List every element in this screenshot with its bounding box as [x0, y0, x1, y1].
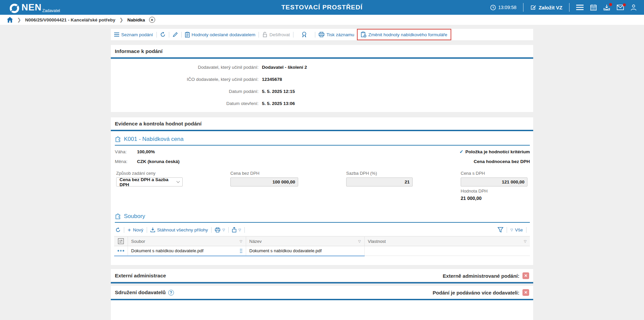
- evidence-section-header: Evidence a kontrola hodnot podání: [111, 117, 533, 131]
- toolbar-separator: [169, 32, 169, 38]
- nen-logo[interactable]: NEN Zadavatel: [9, 2, 60, 13]
- filter-button[interactable]: [498, 227, 503, 232]
- table-row[interactable]: Dokument s nabídkou dodavatele.pdf Dokum…: [114, 246, 530, 256]
- refresh-icon: [116, 227, 121, 232]
- help-icon[interactable]: ?: [168, 290, 174, 296]
- file-name: Dokument s nabídkou dodavatele.pdf: [131, 248, 203, 253]
- zpusob-zadani-label: Způsob zadání ceny: [116, 171, 183, 176]
- column-filter-icon[interactable]: ▽: [524, 239, 526, 243]
- chevron-down-icon: ▽: [222, 228, 225, 232]
- printer-icon: [215, 227, 220, 232]
- hodnoty-odeslane-button[interactable]: Hodnoty odeslané dodavatelem: [185, 32, 256, 38]
- column-filter-icon[interactable]: ▽: [240, 239, 242, 243]
- toolbar-separator: [293, 32, 293, 38]
- nen-logo-icon: [9, 3, 19, 13]
- novy-button[interactable]: + Nový: [128, 227, 143, 232]
- zpusob-zadani-field: Způsob zadání ceny Cena bez DPH a Sazba …: [116, 171, 183, 186]
- table-settings-icon: [118, 238, 124, 244]
- seznam-podani-button[interactable]: Seznam podání: [114, 32, 153, 37]
- toolbar-separator: [244, 227, 245, 233]
- drag-handle-icon[interactable]: [240, 249, 242, 253]
- file-title: Dokument s nabídkou dodavatele.pdf: [249, 248, 322, 253]
- files-toolbar: + Nový Stáhnout všechny přílohy ▽: [114, 225, 530, 234]
- award-ribbon-icon: [302, 32, 307, 38]
- top-bar: NEN Zadavatel TESTOVACÍ PROSTŘEDÍ 13:09:…: [0, 0, 644, 15]
- hodnoty-odeslane-label: Hodnoty odeslané dodavatelem: [192, 32, 256, 37]
- breadcrumb-item-procurement[interactable]: N006/25/V00004421 - Kancelářské potřeby: [25, 17, 116, 22]
- cell-soubor: Dokument s nabídkou dodavatele.pdf: [128, 246, 246, 256]
- files-export-button[interactable]: ▽: [232, 227, 241, 232]
- cell-nazev: Dokument s nabídkou dodavatele.pdf: [246, 246, 364, 256]
- calendar-icon: [590, 4, 597, 11]
- k001-header: K001 - Nabídková cena: [115, 136, 530, 146]
- cena-bez-dph-label: Cena bez DPH: [230, 171, 298, 176]
- clock-icon: [490, 5, 496, 10]
- zmenit-hodnoty-button[interactable]: Změnit hodnoty nabídkového formuláře: [357, 29, 451, 40]
- zpusob-zadani-select[interactable]: Cena bez DPH a Sazba DPH: [116, 177, 183, 186]
- field-label: IČO dodavatele, který učinil podání:: [111, 77, 259, 82]
- downloads-button[interactable]: [603, 4, 610, 11]
- sazba-dph-input[interactable]: [346, 177, 413, 186]
- topbar-divider: [523, 3, 523, 12]
- refresh-button[interactable]: [160, 32, 166, 37]
- sazba-dph-field: Sazba DPH (%): [346, 171, 413, 186]
- menu-button[interactable]: [576, 5, 584, 10]
- environment-title: TESTOVACÍ PROSTŘEDÍ: [246, 4, 398, 11]
- sdruzeni-title-text: Sdružení dodavatelů: [115, 289, 166, 295]
- field-value: Dodavatel - školení 2: [262, 65, 307, 70]
- table-settings-cell[interactable]: [114, 236, 128, 246]
- puzzle-gear-icon: [115, 213, 121, 220]
- files-refresh-button[interactable]: [116, 227, 121, 232]
- externi-section-title: Externí administrace: [115, 273, 166, 279]
- sazba-dph-label: Sazba DPH (%): [346, 171, 413, 176]
- info-row-dodavatel: Dodavatel, který učinil podání: Dodavate…: [111, 65, 533, 70]
- cena-bez-dph-input[interactable]: [230, 177, 298, 186]
- column-label: Soubor: [131, 239, 145, 244]
- column-header-soubor[interactable]: Soubor ▽: [128, 236, 246, 246]
- logo-subtitle: Zadavatel: [42, 8, 60, 13]
- cena-s-dph-input[interactable]: [461, 177, 527, 186]
- column-filter-icon[interactable]: ▽: [358, 239, 361, 243]
- externi-section-header: Externí administrace Externě administrov…: [111, 269, 533, 283]
- breadcrumb-chevron: ❯: [119, 17, 123, 22]
- desifrovat-label: Dešifrovat: [269, 32, 290, 37]
- cena-s-dph-label: Cena s DPH: [461, 171, 527, 176]
- user-button[interactable]: [631, 4, 637, 11]
- files-print-button[interactable]: ▽: [215, 227, 225, 232]
- list-icon: [114, 33, 119, 37]
- tisk-zaznamu-button[interactable]: Tisk záznamu: [319, 32, 354, 37]
- field-value: 5. 5. 2025 13:06: [262, 101, 295, 106]
- vaha-row: Váha: 100,00% ✓ Položka je hodnotící kri…: [111, 149, 533, 154]
- toolbar-separator: [211, 227, 212, 233]
- mena-label: Měna:: [115, 159, 137, 164]
- column-header-nazev[interactable]: Název ▽: [246, 236, 364, 246]
- desifrovat-button: Dešifrovat: [262, 32, 290, 37]
- logo-text: NEN: [21, 2, 42, 13]
- award-button[interactable]: [302, 32, 307, 38]
- home-icon[interactable]: [7, 17, 13, 23]
- create-vz-button[interactable]: Založit VZ: [530, 4, 562, 10]
- close-tab-icon[interactable]: ✕: [149, 17, 155, 23]
- messages-button[interactable]: [617, 5, 624, 10]
- row-menu-icon[interactable]: [118, 250, 124, 252]
- hodnota-dph-value: 21 000,00: [461, 196, 488, 201]
- mena-row: Měna: CZK (koruna česká) Cena hodnocena …: [111, 159, 533, 164]
- filter-vse-button[interactable]: ▽ Vše: [510, 227, 523, 232]
- download-icon: [150, 227, 155, 232]
- unlock-icon: [262, 32, 267, 37]
- evidence-section: Evidence a kontrola hodnot podání K001 -…: [111, 117, 533, 265]
- novy-label: Nový: [133, 227, 143, 232]
- vice-dodavateli-label: Podání je podáváno více dodavateli:: [433, 290, 519, 296]
- checkbox-no-icon[interactable]: ✕: [522, 289, 529, 296]
- edit-record-button[interactable]: [173, 32, 178, 37]
- stahnout-prilohy-button[interactable]: Stáhnout všechny přílohy: [150, 227, 208, 232]
- funnel-icon: [498, 227, 503, 232]
- column-header-vlastnost[interactable]: Vlastnost ▽: [364, 236, 530, 246]
- k001-title: K001 - Nabídková cena: [124, 136, 184, 143]
- evidence-section-title: Evidence a kontrola hodnot podání: [115, 121, 201, 127]
- kriterium-label: Položka je hodnotící kritérium: [465, 149, 530, 154]
- calendar-button[interactable]: [590, 4, 597, 11]
- row-menu-cell[interactable]: [114, 246, 128, 256]
- checkbox-no-icon[interactable]: ✕: [522, 272, 529, 279]
- zmenit-hodnoty-label: Změnit hodnoty nabídkového formuláře: [368, 32, 447, 37]
